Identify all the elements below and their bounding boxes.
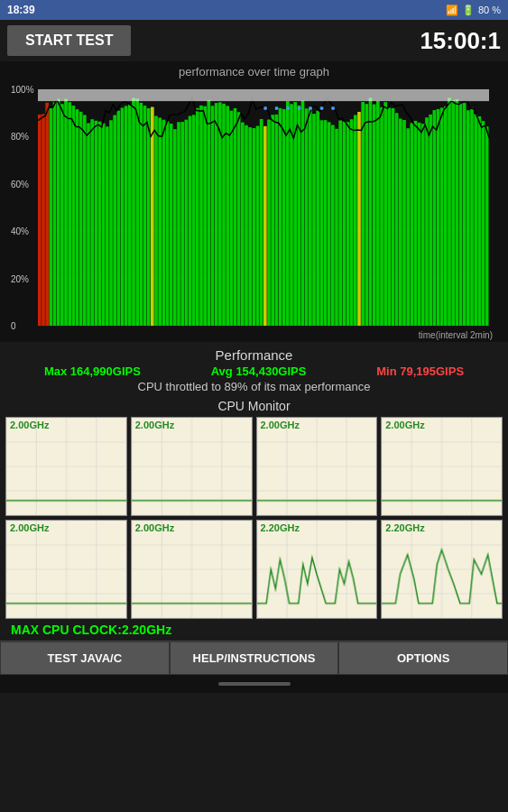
cpu-cell-6: 2.20GHz <box>256 520 378 619</box>
cpu-freq-label-4: 2.00GHz <box>10 522 49 533</box>
status-bar: 18:39 📶 🔋 80 % <box>0 0 508 20</box>
cpu-cell-4: 2.00GHz <box>5 520 127 619</box>
tab-options[interactable]: OPTIONS <box>338 641 508 675</box>
graph-title: performance over time graph <box>0 61 508 78</box>
max-cpu-clock: MAX CPU CLOCK:2.20GHz <box>5 619 503 641</box>
cpu-cell-canvas-7 <box>382 521 502 618</box>
home-bar <box>218 682 291 686</box>
home-indicator <box>0 675 508 693</box>
cpu-cell-canvas-2 <box>257 418 377 515</box>
timer-display: 15:00:1 <box>420 27 501 55</box>
graph-section: performance over time graph time(interva… <box>0 61 508 342</box>
throttle-text: CPU throttled to 89% of its max performa… <box>9 380 499 393</box>
cpu-cell-7: 2.20GHz <box>381 520 503 619</box>
status-time: 18:39 <box>7 4 35 16</box>
header-row: START TEST 15:00:1 <box>0 20 508 61</box>
cpu-grid: 2.00GHz2.00GHz2.00GHz2.00GHz2.00GHz2.00G… <box>5 417 503 619</box>
perf-min: Min 79,195GIPS <box>376 364 464 378</box>
cpu-cell-1: 2.00GHz <box>131 417 253 516</box>
perf-avg: Avg 154,430GIPS <box>211 364 307 378</box>
performance-numbers: Max 164,990GIPS Avg 154,430GIPS Min 79,1… <box>9 364 499 378</box>
cpu-monitor-title: CPU Monitor <box>5 399 503 413</box>
performance-stats: Performance Max 164,990GIPS Avg 154,430G… <box>0 344 508 399</box>
cpu-cell-3: 2.00GHz <box>381 417 503 516</box>
battery-icon: 🔋 <box>462 5 475 16</box>
performance-label: Performance <box>9 347 499 363</box>
bottom-tabs: TEST JAVA/C HELP/INSTRUCTIONS OPTIONS <box>0 641 508 675</box>
wifi-icon: 📶 <box>446 5 458 16</box>
cpu-freq-label-3: 2.00GHz <box>385 420 424 430</box>
cpu-cell-canvas-5 <box>132 521 252 618</box>
cpu-cell-2: 2.00GHz <box>256 417 378 516</box>
tab-help-instructions[interactable]: HELP/INSTRUCTIONS <box>170 641 339 675</box>
x-axis-label: time(interval 2min) <box>419 330 493 340</box>
performance-graph: time(interval 2min) <box>9 80 496 342</box>
cpu-freq-label-0: 2.00GHz <box>10 420 49 430</box>
status-icons: 📶 🔋 80 % <box>446 5 501 16</box>
cpu-monitor-section: CPU Monitor 2.00GHz2.00GHz2.00GHz2.00GHz… <box>0 399 508 641</box>
cpu-freq-label-7: 2.20GHz <box>385 522 424 533</box>
cpu-cell-5: 2.00GHz <box>131 520 253 619</box>
perf-max: Max 164,990GIPS <box>44 364 141 378</box>
cpu-freq-label-2: 2.00GHz <box>261 420 300 430</box>
cpu-cell-canvas-1 <box>132 418 252 515</box>
cpu-cell-canvas-3 <box>382 418 502 515</box>
cpu-cell-canvas-6 <box>257 521 377 618</box>
battery-percent: 80 % <box>478 5 501 15</box>
start-test-button[interactable]: START TEST <box>7 25 131 56</box>
cpu-cell-0: 2.00GHz <box>5 417 127 516</box>
graph-canvas <box>9 80 496 342</box>
cpu-cell-canvas-4 <box>6 521 126 618</box>
cpu-cell-canvas-0 <box>6 418 126 515</box>
cpu-freq-label-6: 2.20GHz <box>261 522 300 533</box>
cpu-freq-label-5: 2.00GHz <box>135 522 174 533</box>
cpu-freq-label-1: 2.00GHz <box>135 420 174 430</box>
tab-test-javac[interactable]: TEST JAVA/C <box>0 641 170 675</box>
